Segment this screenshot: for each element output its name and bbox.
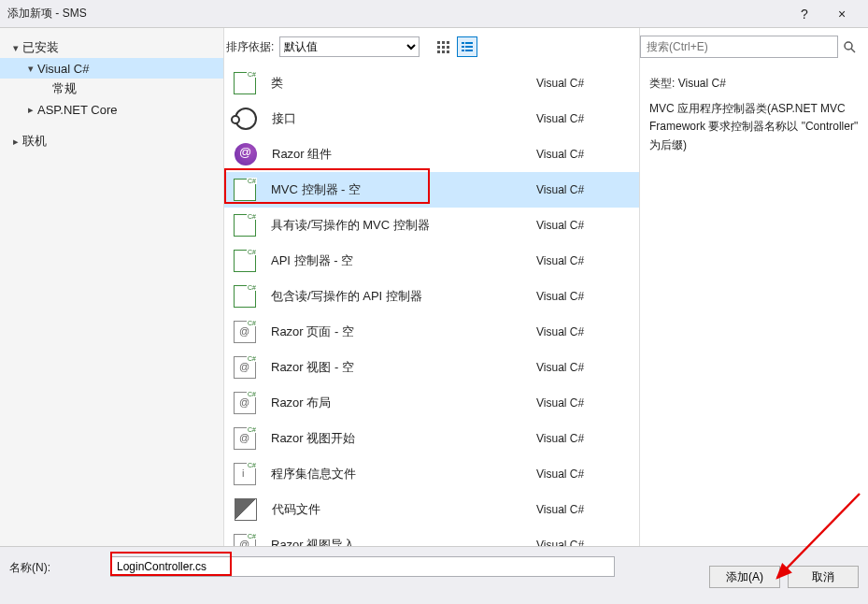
item-icon [234, 534, 256, 546]
window-title: 添加新项 - SMS [7, 6, 786, 22]
item-label: 程序集信息文件 [271, 466, 536, 482]
tree-general[interactable]: 常规 [0, 79, 223, 99]
item-icon [235, 108, 257, 130]
search-bar [640, 28, 868, 65]
caret-right-icon: ▸ [24, 104, 37, 116]
item-label: Razor 视图开始 [271, 430, 536, 447]
caret-down-icon: ▾ [9, 42, 22, 54]
item-icon [234, 321, 256, 343]
item-language: Visual C# [536, 219, 630, 232]
svg-rect-5 [447, 46, 449, 49]
template-list[interactable]: 类Visual C#接口Visual C#Razor 组件Visual C#MV… [224, 65, 639, 546]
template-row[interactable]: MVC 控制器 - 空Visual C# [224, 172, 639, 208]
item-icon [234, 392, 256, 414]
item-label: API 控制器 - 空 [271, 252, 536, 269]
item-language: Visual C# [536, 183, 630, 196]
sort-dropdown[interactable]: 默认值 [279, 36, 420, 57]
item-language: Visual C# [536, 148, 630, 161]
item-language: Visual C# [536, 290, 630, 303]
item-language: Visual C# [536, 467, 630, 481]
view-small-icons[interactable] [433, 36, 453, 57]
template-row[interactable]: API 控制器 - 空Visual C# [224, 243, 639, 279]
title-bar: 添加新项 - SMS ? × [0, 0, 868, 28]
tree-visual-csharp[interactable]: ▾ Visual C# [0, 58, 223, 79]
svg-line-16 [851, 49, 855, 52]
caret-down-icon: ▾ [24, 63, 37, 75]
view-mode-buttons [433, 36, 477, 57]
item-label: Razor 页面 - 空 [271, 324, 536, 340]
type-value: Visual C# [678, 77, 726, 90]
bottom-bar: 名称(N): 添加(A) 取消 [0, 546, 868, 604]
item-language: Visual C# [536, 325, 630, 338]
cancel-button[interactable]: 取消 [788, 566, 859, 588]
svg-rect-9 [462, 42, 464, 44]
svg-point-15 [845, 42, 852, 50]
item-icon [235, 143, 257, 165]
item-label: MVC 控制器 - 空 [271, 181, 536, 198]
item-icon [235, 498, 257, 521]
item-label: 包含读/写操作的 API 控制器 [271, 288, 536, 305]
tree-installed[interactable]: ▾ 已安装 [0, 37, 223, 58]
detail-panel: 类型: Visual C# MVC 应用程序控制器类(ASP.NET MVC F… [639, 28, 868, 546]
svg-rect-0 [437, 41, 440, 44]
item-language: Visual C# [536, 112, 630, 125]
item-description: 类型: Visual C# MVC 应用程序控制器类(ASP.NET MVC F… [640, 65, 868, 164]
template-row[interactable]: Razor 布局Visual C# [224, 385, 639, 421]
svg-rect-2 [447, 41, 449, 44]
tree-label: ASP.NET Core [37, 103, 118, 117]
svg-rect-12 [465, 46, 473, 48]
template-row[interactable]: 程序集信息文件Visual C# [224, 456, 639, 492]
item-icon [234, 179, 256, 201]
svg-rect-10 [465, 42, 473, 44]
category-tree: ▾ 已安装 ▾ Visual C# 常规 ▸ ASP.NET Core ▸ 联机 [0, 28, 224, 546]
template-row[interactable]: 包含读/写操作的 API 控制器Visual C# [224, 279, 639, 314]
svg-rect-1 [442, 41, 445, 44]
tree-online[interactable]: ▸ 联机 [0, 131, 223, 151]
main-panel: 排序依据: 默认值 类Visual C#接口Visual C#Razor 组件V… [224, 28, 639, 546]
help-button[interactable]: ? [786, 0, 823, 28]
svg-rect-13 [462, 50, 464, 51]
template-row[interactable]: Razor 视图开始Visual C# [224, 421, 639, 456]
tree-aspnetcore[interactable]: ▸ ASP.NET Core [0, 99, 223, 120]
item-icon [234, 463, 256, 485]
template-row[interactable]: Razor 页面 - 空Visual C# [224, 314, 639, 350]
item-icon [234, 214, 256, 237]
item-label: 具有读/写操作的 MVC 控制器 [271, 217, 536, 234]
item-label: Razor 组件 [272, 146, 536, 163]
item-icon [234, 72, 256, 94]
item-language: Visual C# [536, 503, 630, 516]
description-text: MVC 应用程序控制器类(ASP.NET MVC Framework 要求控制器… [649, 100, 859, 154]
template-row[interactable]: 具有读/写操作的 MVC 控制器Visual C# [224, 208, 639, 243]
item-language: Visual C# [536, 396, 630, 410]
svg-rect-6 [437, 50, 440, 53]
view-list[interactable] [457, 36, 477, 57]
item-label: Razor 布局 [271, 395, 536, 411]
item-label: Razor 视图导入 [271, 537, 536, 546]
svg-rect-3 [437, 46, 440, 49]
name-input[interactable] [110, 556, 615, 577]
item-label: 接口 [272, 110, 536, 127]
tree-label: Visual C# [37, 62, 89, 76]
caret-right-icon: ▸ [9, 136, 22, 148]
template-row[interactable]: Razor 视图 - 空Visual C# [224, 350, 639, 385]
template-row[interactable]: 类Visual C# [224, 65, 639, 101]
item-language: Visual C# [536, 77, 630, 90]
close-button[interactable]: × [823, 0, 861, 28]
list-toolbar: 排序依据: 默认值 [224, 28, 639, 65]
item-icon [234, 285, 256, 308]
svg-rect-11 [462, 46, 464, 48]
template-row[interactable]: Razor 组件Visual C# [224, 137, 639, 172]
type-label: 类型: [649, 77, 675, 90]
tree-label: 已安装 [22, 39, 59, 56]
item-label: 代码文件 [272, 501, 536, 518]
template-row[interactable]: 代码文件Visual C# [224, 492, 639, 527]
template-row[interactable]: 接口Visual C# [224, 101, 639, 137]
template-row[interactable]: Razor 视图导入Visual C# [224, 527, 639, 546]
item-language: Visual C# [536, 432, 630, 445]
search-input[interactable] [640, 36, 838, 58]
tree-label: 联机 [22, 133, 47, 150]
svg-rect-14 [465, 50, 473, 51]
add-button[interactable]: 添加(A) [709, 566, 780, 588]
item-language: Visual C# [536, 254, 630, 267]
search-icon[interactable] [838, 40, 861, 53]
